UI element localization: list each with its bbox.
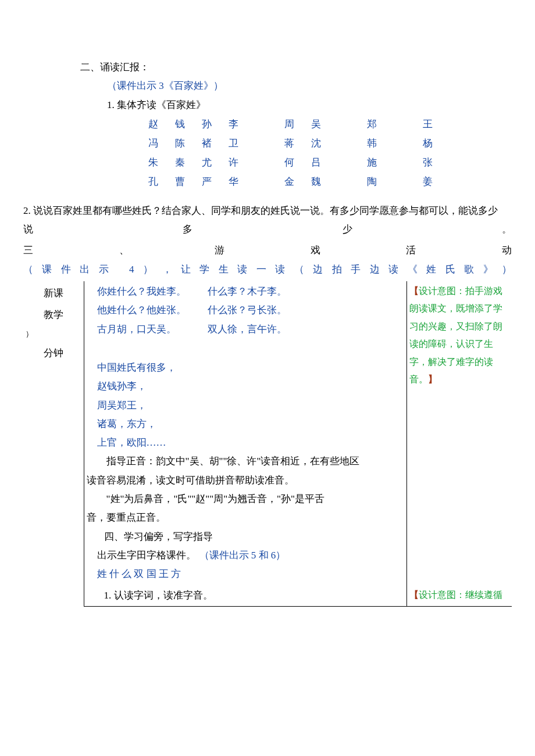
verse-line: 他姓什么？他姓张。 什么张？弓长张。 — [87, 301, 404, 320]
surname-cell: 孔 — [148, 172, 175, 191]
surname-cell: 吕 — [311, 153, 338, 172]
verse-bottom: 赵钱孙李， — [97, 377, 404, 396]
lesson-table: 新课 教学 ） 分钟 你姓什么？我姓李。 什么李？木子李。 他姓什么？他姓张。 … — [23, 281, 512, 607]
verse-b: 什么李？木子李。 — [208, 282, 287, 301]
section-2-item-2-tail: 说多少。 — [23, 220, 512, 239]
pronunciation-p2: 读音容易混淆，读文时可借助拼音帮助读准音。 — [87, 471, 404, 490]
surname-cell: 严 — [202, 172, 229, 191]
left-label-3: ） — [26, 326, 81, 343]
surname-cell: 何 — [284, 153, 311, 172]
verse-bottom: 诸葛，东方， — [97, 415, 404, 433]
surname-cell: 冯 — [148, 134, 175, 153]
design-note-top-text: 设计意图：拍手游戏朗读课文，既增添了学习的兴趣，又扫除了朗读的障碍，认识了生字，… — [409, 286, 502, 384]
surname-cell: 陈 — [175, 134, 202, 153]
bracket-open-icon: 【 — [409, 286, 419, 296]
surname-table-row: 赵 钱 孙 李 周 吴 郑 王 — [148, 114, 512, 134]
surname-cell: 曹 — [175, 172, 202, 191]
surname-cell: 赵 — [148, 114, 175, 134]
surname-table-row: 朱 秦 尤 许 何 吕 施 张 — [148, 153, 512, 172]
surname-cell: 韩 — [367, 134, 394, 153]
surname-cell: 姜 — [423, 172, 450, 191]
verse-b: 双人徐，言午许。 — [208, 320, 287, 339]
surname-cell: 王 — [423, 114, 450, 134]
pronunciation-p4: 音，要重点正音。 — [87, 508, 404, 527]
section-4-line2: 1. 认读字词，读准字音。 — [104, 586, 404, 605]
section-4-title: 四、学习偏旁，写字指导 — [104, 528, 404, 546]
surname-cell: 杨 — [423, 134, 450, 153]
verse-line: 古月胡，口天吴。 双人徐，言午许。 — [87, 320, 404, 339]
verse-b: 什么张？弓长张。 — [208, 301, 287, 320]
bracket-close-icon: 】 — [428, 374, 437, 384]
surname-cell: 华 — [229, 172, 255, 191]
surname-cell: 李 — [229, 114, 255, 134]
surname-cell: 秦 — [175, 153, 202, 172]
surname-cell: 金 — [284, 172, 311, 191]
target-chars: 姓 什 么 双 国 王 方 — [97, 565, 404, 583]
surname-cell: 钱 — [175, 114, 202, 134]
surname-table-row: 孔 曹 严 华 金 魏 陶 姜 — [148, 172, 512, 191]
surname-cell: 陶 — [367, 172, 394, 191]
surname-cell: 褚 — [202, 134, 229, 153]
left-label-2: 教学 — [26, 304, 81, 325]
surname-cell: 沈 — [311, 134, 338, 153]
surname-table-row: 冯 陈 褚 卫 蒋 沈 韩 杨 — [148, 134, 512, 153]
left-label-1: 新课 — [26, 282, 81, 304]
section-3-title: 三、游戏活动 — [23, 241, 512, 260]
surname-cell: 孙 — [202, 114, 229, 134]
section-2-title: 二、诵读汇报： — [80, 58, 512, 77]
verse-a: 古月胡，口天吴。 — [97, 320, 208, 339]
pronunciation-p1: 指导正音：韵文中"吴、胡""徐、许"读音相近，在有些地区 — [87, 452, 404, 471]
section-4-line1a: 出示生字田字格课件。 — [97, 546, 196, 565]
design-note-bottom-text: 设计意图：继续遵循 — [419, 590, 502, 600]
design-note-top: 【设计意图：拍手游戏朗读课文，既增添了学习的兴趣，又扫除了朗读的障碍，认识了生字… — [409, 282, 509, 388]
surname-cell: 许 — [229, 153, 255, 172]
bracket-open-icon: 【 — [409, 590, 419, 600]
surname-cell: 施 — [367, 153, 394, 172]
verse-line: 你姓什么？我姓李。 什么李？木子李。 — [87, 282, 404, 301]
surname-cell: 朱 — [148, 153, 175, 172]
surname-cell: 郑 — [367, 114, 394, 134]
verse-a: 他姓什么？他姓张。 — [97, 301, 208, 320]
verse-bottom: 上官，欧阳…… — [97, 433, 404, 452]
section-2-item-2: 2. 说说百家姓里都有哪些姓氏？结合家人、同学和朋友的姓氏说一说。有多少同学愿意… — [23, 202, 512, 220]
left-label-4: 分钟 — [26, 342, 81, 364]
surname-cell: 尤 — [202, 153, 229, 172]
design-note-bottom: 【设计意图：继续遵循 — [409, 586, 509, 604]
surname-cell: 周 — [284, 114, 311, 134]
surname-cell: 张 — [423, 153, 450, 172]
verse-a: 你姓什么？我姓李。 — [97, 282, 208, 301]
section-2-item-1: 1. 集体齐读《百家姓》 — [107, 96, 512, 114]
verse-bottom: 中国姓氏有很多， — [97, 359, 404, 377]
pronunciation-p3: "姓"为后鼻音，"氏""赵""周"为翘舌音，"孙"是平舌 — [87, 490, 404, 508]
surname-cell: 魏 — [311, 172, 338, 191]
surname-cell: 卫 — [229, 134, 255, 153]
surname-cell: 吴 — [311, 114, 338, 134]
verse-bottom: 周吴郑王， — [97, 396, 404, 415]
courseware-note-4: （课件出示 4），让学生读一读（边拍手边读《姓氏歌》） — [23, 260, 512, 279]
surname-cell: 蒋 — [284, 134, 311, 153]
courseware-note-5-6: （课件出示 5 和 6） — [199, 546, 286, 565]
courseware-note-3: （课件出示 3《百家姓》） — [107, 77, 512, 95]
